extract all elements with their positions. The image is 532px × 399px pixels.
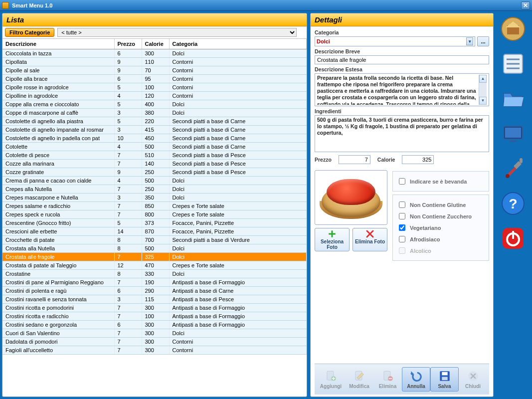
table-row[interactable]: Cuori di San Valentino7300Dolci — [2, 329, 307, 338]
rail-tools-button[interactable] — [499, 155, 527, 183]
cell-categoria: Secondi piatti a base di Verdure — [169, 236, 307, 244]
rail-help-button[interactable]: ? — [499, 190, 527, 217]
label-prezzo: Prezzo — [315, 157, 332, 163]
cell-prezzo: 8 — [114, 236, 142, 244]
cell-calorie: 510 — [142, 151, 169, 160]
table-scroll[interactable]: Descrizione Prezzo Calorie Categoria Cio… — [2, 39, 307, 397]
table-row[interactable]: Crostini ricotta e pomodorini7300Antipas… — [2, 304, 307, 312]
cell-prezzo: 8 — [114, 244, 142, 253]
checkbox-bevanda[interactable] — [399, 178, 405, 185]
ingredienti-textarea[interactable]: 500 g di pasta frolla, 3 tuorli di crema… — [315, 115, 489, 152]
cell-desc: Cioccolata in tazza — [2, 49, 114, 58]
calorie-input[interactable] — [402, 155, 434, 164]
table-row[interactable]: Crostini di polenta e ragù6290Antipasti … — [2, 287, 307, 295]
table-row[interactable]: Crepes speck e rucola7800Crepes e Torte … — [2, 210, 307, 219]
col-header-calorie[interactable]: Calorie — [142, 39, 169, 49]
salva-button[interactable]: Salva — [430, 367, 459, 392]
table-row[interactable]: Crescioni alle erbette14870Focacce, Pani… — [2, 227, 307, 236]
table-row[interactable]: Cipolline in agrodolce4120Contorni — [2, 92, 307, 100]
list-panel: Lista Filtro Categorie < tutte > Descriz… — [2, 13, 307, 397]
rail-folder-button[interactable] — [499, 85, 527, 113]
filter-category-button[interactable]: Filtro Categorie — [5, 28, 54, 37]
table-row[interactable]: Cipolle al sale970Contorni — [2, 66, 307, 75]
categoria-select-value: Dolci — [317, 38, 330, 44]
table-row[interactable]: Crostini ricotta e radicchio7100Antipast… — [2, 312, 307, 321]
flag-zucchero[interactable]: Non Contiene Zucchero — [397, 211, 485, 221]
chiudi-button[interactable]: Chiudi — [459, 367, 487, 392]
rail-home-button[interactable] — [499, 15, 527, 43]
cell-prezzo: 7 — [114, 210, 142, 219]
rail-power-button[interactable] — [499, 224, 527, 252]
table-row[interactable]: Crocchette di patate8700Secondi piatti a… — [2, 236, 307, 244]
table-row[interactable]: Crepes salame e radicchio7850Crepes e To… — [2, 202, 307, 210]
cell-prezzo: 10 — [114, 134, 142, 143]
desc-estesa-scrollbar[interactable]: ▲ ▼ — [479, 75, 487, 105]
aggiungi-button[interactable]: Aggiungi — [317, 367, 345, 392]
filter-category-select[interactable]: < tutte > — [57, 28, 297, 37]
table-row[interactable]: Costolette di agnello impanate al rosmar… — [2, 126, 307, 134]
table-row[interactable]: Costolette di agnello alla piastra5220Se… — [2, 117, 307, 126]
delete-photo-button[interactable]: Elimina Foto — [353, 228, 387, 251]
table-row[interactable]: Crostata alle fragole7325Dolci — [2, 253, 307, 261]
table-row[interactable]: Crostata di patate al Taleggio12470Crepe… — [2, 261, 307, 270]
cell-calorie: 300 — [142, 346, 169, 355]
rail-list-button[interactable] — [499, 50, 527, 78]
flag-glutine[interactable]: Non Contiene Glutine — [397, 200, 485, 209]
flag-bevanda[interactable]: Indicare se è bevanda — [397, 177, 485, 186]
table-row[interactable]: Cotolette di pesce7510Secondi piatti a b… — [2, 151, 307, 160]
categoria-select[interactable]: Dolci ▾ — [315, 36, 475, 46]
table-row[interactable]: Crescentine (Gnocco fritto)5373Focacce, … — [2, 219, 307, 227]
desc-estesa-textarea[interactable]: Preparare la pasta frolla secondo la ric… — [315, 73, 489, 106]
checkbox-zucchero[interactable] — [399, 213, 405, 219]
table-row[interactable]: Crepes mascarpone e Nutella3350Dolci — [2, 194, 307, 202]
label-desc-estesa: Descrizione Estesa — [315, 66, 489, 72]
col-header-descrizione[interactable]: Descrizione — [2, 39, 114, 49]
table-row[interactable]: Cozze alla marinara7140Secondi piatti a … — [2, 160, 307, 168]
table-row[interactable]: Crepes alla Nutella7250Dolci — [2, 185, 307, 194]
details-panel: Dettagli Categoria Dolci ▾ ... Descrizio… — [310, 13, 494, 397]
table-row[interactable]: Coppe di mascarpone al caffè3380Dolci — [2, 109, 307, 117]
col-header-categoria[interactable]: Categoria — [169, 39, 307, 49]
cell-prezzo: 9 — [114, 66, 142, 75]
table-row[interactable]: Cotolette4500Secondi piatti a base di Ca… — [2, 143, 307, 151]
arrow-up-icon[interactable]: ▲ — [479, 75, 487, 83]
table-row[interactable]: Crema di panna e cacao con cialde4500Dol… — [2, 177, 307, 185]
annulla-button[interactable]: Annulla — [402, 367, 430, 392]
table-row[interactable]: Cozze gratinate9250Secondi piatti a base… — [2, 168, 307, 177]
table-row[interactable]: Crostini sedano e gorgonzola6300Antipast… — [2, 321, 307, 329]
table-row[interactable]: Coppe alla crema e cioccolato5400Dolci — [2, 100, 307, 109]
desc-breve-input[interactable] — [315, 55, 489, 64]
table-row[interactable]: Crostini ravanelli e senza tonnata3115An… — [2, 295, 307, 304]
table-row[interactable]: Costolette di agnello in padella con pat… — [2, 134, 307, 143]
checkbox-afrodisiaco[interactable] — [399, 236, 405, 242]
flag-vegetariano[interactable]: Vegetariano — [397, 223, 485, 232]
table-row[interactable]: Cipollata9110Contorni — [2, 58, 307, 66]
table-row[interactable]: Dadolata di pomodori7300Contorni — [2, 338, 307, 346]
col-header-prezzo[interactable]: Prezzo — [114, 39, 142, 49]
flag-afrodisiaco[interactable]: Afrodisiaco — [397, 234, 485, 244]
table-row[interactable]: Fagioli all'uccelletto7300Contorni — [2, 346, 307, 355]
cell-prezzo: 7 — [114, 338, 142, 346]
cell-prezzo: 7 — [114, 346, 142, 355]
table-row[interactable]: Crostata alla Nutella8500Dolci — [2, 244, 307, 253]
cell-prezzo: 7 — [114, 312, 142, 321]
table-row[interactable]: Cioccolata in tazza6300Dolci — [2, 49, 307, 58]
prezzo-input[interactable] — [339, 155, 370, 164]
cell-desc: Costolette di agnello impanate al rosmar — [2, 126, 114, 134]
arrow-down-icon[interactable]: ▼ — [479, 97, 487, 105]
rail-monitor-button[interactable] — [499, 120, 527, 148]
categoria-browse-button[interactable]: ... — [477, 36, 489, 46]
modifica-button[interactable]: Modifica — [345, 367, 373, 392]
table-row[interactable]: Cipolle rosse in agrodolce5100Contorni — [2, 83, 307, 92]
cell-calorie: 300 — [142, 329, 169, 338]
elimina-button[interactable]: Elimina — [373, 367, 402, 392]
cell-categoria: Dolci — [169, 100, 307, 109]
checkbox-glutine[interactable] — [399, 201, 405, 208]
table-row[interactable]: Crostatine8330Dolci — [2, 270, 307, 278]
checkbox-vegetariano[interactable] — [399, 224, 405, 231]
table-row[interactable]: Crostini di pane al Parmigiano Reggiano7… — [2, 278, 307, 287]
window-close-button[interactable]: ✕ — [521, 1, 530, 9]
table-row[interactable]: Cipolle alla brace695Contorni — [2, 75, 307, 83]
cell-desc: Cipolle alla brace — [2, 75, 114, 83]
select-photo-button[interactable]: Seleziona Foto — [315, 228, 350, 251]
